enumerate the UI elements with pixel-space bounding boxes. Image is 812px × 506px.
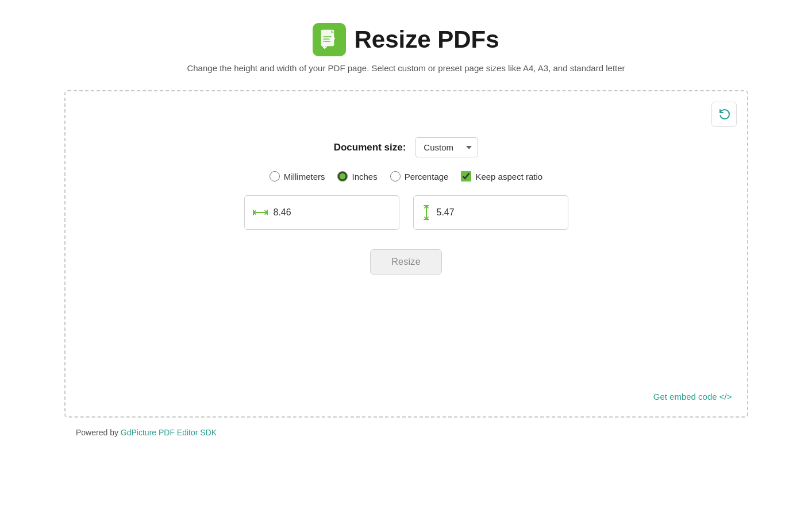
- millimeters-radio-label[interactable]: Millimeters: [270, 171, 325, 181]
- inches-radio[interactable]: [337, 171, 348, 181]
- keep-aspect-ratio-checkbox[interactable]: [461, 171, 471, 181]
- page-subtitle: Change the height and width of your PDF …: [187, 63, 625, 73]
- width-input[interactable]: [274, 207, 391, 218]
- undo-button[interactable]: [711, 102, 737, 127]
- controls-area: Document size: Custom A4 A3 Letter Legal…: [77, 137, 736, 275]
- width-icon: [253, 208, 268, 217]
- document-size-label: Document size:: [334, 142, 406, 153]
- percentage-label: Percentage: [405, 172, 449, 181]
- embed-row: Get embed code </>: [77, 386, 736, 405]
- footer-text: Powered by: [76, 428, 121, 437]
- height-input-wrap: [413, 195, 568, 230]
- main-card: Document size: Custom A4 A3 Letter Legal…: [64, 90, 748, 418]
- millimeters-label: Millimeters: [284, 172, 325, 181]
- page-title: Resize PDFs: [354, 26, 499, 53]
- inches-label: Inches: [352, 172, 377, 181]
- percentage-radio[interactable]: [390, 171, 401, 181]
- millimeters-radio[interactable]: [270, 171, 280, 181]
- keep-aspect-ratio-label[interactable]: Keep aspect ratio: [461, 171, 542, 181]
- document-size-row: Document size: Custom A4 A3 Letter Legal: [334, 137, 479, 157]
- keep-aspect-ratio-text: Keep aspect ratio: [475, 172, 542, 181]
- dimensions-row: [244, 195, 568, 230]
- inches-radio-label[interactable]: Inches: [337, 171, 377, 181]
- resize-button[interactable]: Resize: [370, 249, 442, 275]
- footer-link[interactable]: GdPicture PDF Editor SDK: [121, 428, 217, 437]
- footer: Powered by GdPicture PDF Editor SDK: [11, 428, 217, 437]
- embed-link[interactable]: Get embed code </>: [653, 392, 732, 401]
- height-input[interactable]: [437, 207, 560, 218]
- undo-icon: [718, 108, 730, 121]
- document-size-select[interactable]: Custom A4 A3 Letter Legal: [415, 137, 478, 157]
- units-options-row: Millimeters Inches Percentage Keep aspec…: [270, 171, 542, 181]
- width-input-wrap: [244, 195, 399, 230]
- app-icon: [313, 23, 346, 56]
- page-header: Resize PDFs Change the height and width …: [187, 23, 625, 73]
- percentage-radio-label[interactable]: Percentage: [390, 171, 449, 181]
- height-icon: [422, 205, 431, 220]
